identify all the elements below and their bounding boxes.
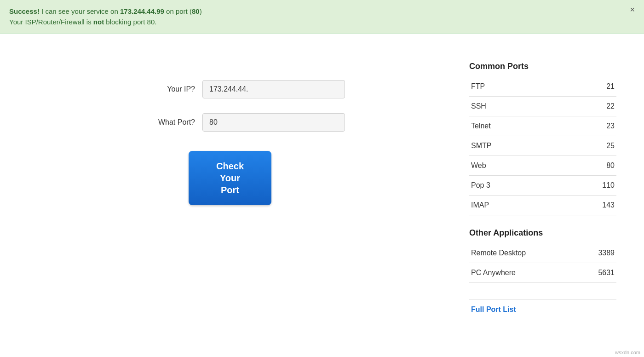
- banner-not: not: [93, 18, 104, 26]
- table-row: Telnet 23: [469, 116, 616, 136]
- banner-ip: 173.244.44.99: [120, 7, 164, 15]
- port-panel: Common Ports FTP 21 SSH 22 Telnet 23 SMT…: [469, 52, 616, 319]
- full-port-list-link[interactable]: Full Port List: [469, 299, 616, 319]
- banner-message-2: on port (: [164, 7, 192, 15]
- banner-message-4: Your ISP/Router/Firewall is: [9, 18, 93, 26]
- ip-label: Your IP?: [149, 85, 195, 93]
- port-name: Pop 3: [469, 176, 558, 196]
- port-form-row: What Port?: [115, 113, 345, 132]
- port-number: 21: [558, 77, 616, 97]
- banner-message-1: I can see your service on: [40, 7, 120, 15]
- port-name: FTP: [469, 77, 558, 97]
- common-ports-table: FTP 21 SSH 22 Telnet 23 SMTP 25 Web 80 P…: [469, 77, 616, 215]
- table-row: FTP 21: [469, 77, 616, 97]
- table-row: SMTP 25: [469, 136, 616, 156]
- form-panel: Your IP? What Port? Check Your Port: [28, 52, 432, 319]
- port-label: What Port?: [149, 118, 195, 127]
- banner-message-3: ): [200, 7, 202, 15]
- main-content: Your IP? What Port? Check Your Port Comm…: [0, 34, 644, 338]
- success-banner: Success! I can see your service on 173.2…: [0, 0, 644, 34]
- port-name: SMTP: [469, 136, 558, 156]
- port-input[interactable]: [202, 113, 345, 132]
- port-number: 143: [558, 196, 616, 215]
- port-number: 22: [558, 97, 616, 116]
- app-name: Remote Desktop: [469, 243, 579, 263]
- port-name: Telnet: [469, 116, 558, 136]
- check-btn-line1: Check Your: [216, 161, 244, 183]
- ip-form-row: Your IP?: [115, 80, 345, 98]
- success-label: Success!: [9, 7, 40, 15]
- close-banner-button[interactable]: ×: [628, 6, 637, 14]
- watermark: wsxdn.com: [615, 350, 640, 355]
- common-ports-title: Common Ports: [469, 62, 616, 71]
- other-apps-title: Other Applications: [469, 228, 616, 238]
- other-apps-table: Remote Desktop 3389 PC Anywhere 5631: [469, 243, 616, 283]
- check-btn-line2: Port: [221, 185, 239, 195]
- banner-message-5: blocking port 80.: [104, 18, 156, 26]
- port-name: Web: [469, 156, 558, 176]
- port-name: IMAP: [469, 196, 558, 215]
- table-row: Pop 3 110: [469, 176, 616, 196]
- banner-port: 80: [192, 7, 200, 15]
- table-row: PC Anywhere 5631: [469, 263, 616, 283]
- check-port-button[interactable]: Check Your Port: [189, 151, 271, 205]
- app-name: PC Anywhere: [469, 263, 579, 283]
- table-row: SSH 22: [469, 97, 616, 116]
- banner-content: Success! I can see your service on 173.2…: [9, 6, 635, 27]
- table-row: Web 80: [469, 156, 616, 176]
- port-number: 25: [558, 136, 616, 156]
- port-number: 80: [558, 156, 616, 176]
- port-number: 110: [558, 176, 616, 196]
- table-row: IMAP 143: [469, 196, 616, 215]
- port-name: SSH: [469, 97, 558, 116]
- app-port: 3389: [579, 243, 616, 263]
- ip-input[interactable]: [202, 80, 345, 98]
- table-row: Remote Desktop 3389: [469, 243, 616, 263]
- port-number: 23: [558, 116, 616, 136]
- app-port: 5631: [579, 263, 616, 283]
